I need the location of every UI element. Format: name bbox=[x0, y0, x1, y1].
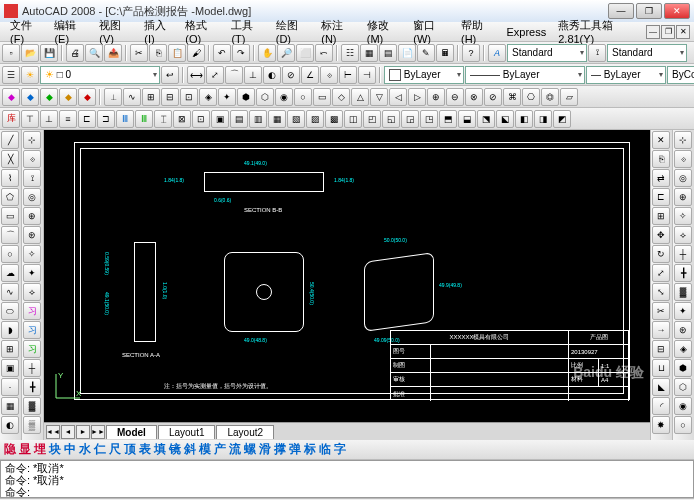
insert-icon[interactable]: ⊞ bbox=[1, 340, 19, 358]
copy-icon[interactable]: ⎘ bbox=[149, 44, 167, 62]
ex22-icon[interactable]: ▷ bbox=[408, 88, 426, 106]
e2-24-icon[interactable]: ⬒ bbox=[439, 110, 457, 128]
e2-8-icon[interactable]: Ⅲ bbox=[135, 110, 153, 128]
cn-19[interactable]: 弹 bbox=[289, 441, 301, 458]
d2-10-icon[interactable]: 习 bbox=[23, 302, 41, 320]
ex27-icon[interactable]: ⌘ bbox=[503, 88, 521, 106]
menu-insert[interactable]: 插入(I) bbox=[138, 16, 179, 47]
e2-18-icon[interactable]: ▩ bbox=[325, 110, 343, 128]
point-icon[interactable]: · bbox=[1, 378, 19, 396]
cn-6[interactable]: 仁 bbox=[94, 441, 106, 458]
layer-filter-icon[interactable]: ☀ bbox=[21, 66, 39, 84]
ex9-icon[interactable]: ⊟ bbox=[161, 88, 179, 106]
cn-7[interactable]: 尺 bbox=[109, 441, 121, 458]
tab-nav-last[interactable]: ►► bbox=[91, 425, 105, 439]
lineweight-combo[interactable]: — ByLayer bbox=[586, 66, 666, 84]
cn-2[interactable]: 埋 bbox=[34, 441, 46, 458]
pan-icon[interactable]: ✋ bbox=[258, 44, 276, 62]
cn-3[interactable]: 块 bbox=[49, 441, 61, 458]
zoom-prev-icon[interactable]: ⤺ bbox=[315, 44, 333, 62]
menu-modify[interactable]: 修改(M) bbox=[361, 16, 408, 47]
ex5-icon[interactable]: ◆ bbox=[78, 88, 96, 106]
menu-window[interactable]: 窗口(W) bbox=[407, 16, 455, 47]
cn-13[interactable]: 模 bbox=[199, 441, 211, 458]
ex20-icon[interactable]: ▽ bbox=[370, 88, 388, 106]
ex1-icon[interactable]: ◆ bbox=[2, 88, 20, 106]
e2-22-icon[interactable]: ◲ bbox=[401, 110, 419, 128]
cn-1[interactable]: 显 bbox=[19, 441, 31, 458]
menu-edit[interactable]: 编辑(E) bbox=[48, 16, 93, 47]
cn-4[interactable]: 中 bbox=[64, 441, 76, 458]
e2-17-icon[interactable]: ▨ bbox=[306, 110, 324, 128]
tab-nav-first[interactable]: ◄◄ bbox=[46, 425, 60, 439]
ex16-icon[interactable]: ○ bbox=[294, 88, 312, 106]
cn-5[interactable]: 水 bbox=[79, 441, 91, 458]
ex30-icon[interactable]: ⏥ bbox=[560, 88, 578, 106]
break-icon[interactable]: ⊟ bbox=[652, 340, 670, 358]
e2-6-icon[interactable]: ⊐ bbox=[97, 110, 115, 128]
e2-23-icon[interactable]: ◳ bbox=[420, 110, 438, 128]
cn-17[interactable]: 滑 bbox=[259, 441, 271, 458]
e2-21-icon[interactable]: ◱ bbox=[382, 110, 400, 128]
m2-11-icon[interactable]: ⊛ bbox=[674, 321, 692, 339]
dim-dia-icon[interactable]: ⊘ bbox=[282, 66, 300, 84]
scale-icon[interactable]: ⤢ bbox=[652, 264, 670, 282]
m2-4-icon[interactable]: ⊕ bbox=[674, 188, 692, 206]
e2-1-icon[interactable]: 库 bbox=[2, 110, 20, 128]
ex7-icon[interactable]: ∿ bbox=[123, 88, 141, 106]
preview-icon[interactable]: 🔍 bbox=[85, 44, 103, 62]
dim-base-icon[interactable]: ⊢ bbox=[339, 66, 357, 84]
cn-8[interactable]: 顶 bbox=[124, 441, 136, 458]
rect-icon[interactable]: ▭ bbox=[1, 207, 19, 225]
sheet-icon[interactable]: 📄 bbox=[398, 44, 416, 62]
cn-22[interactable]: 字 bbox=[334, 441, 346, 458]
trim-icon[interactable]: ✂ bbox=[652, 302, 670, 320]
cn-10[interactable]: 填 bbox=[154, 441, 166, 458]
linetype-combo[interactable]: ——— ByLayer bbox=[465, 66, 585, 84]
model-canvas[interactable]: 49.1(49.0) 1.84(1.8) 1.84(1.8) 0.6(0.6) … bbox=[44, 130, 650, 422]
layer-mgr-icon[interactable]: ☰ bbox=[2, 66, 20, 84]
hatch-icon[interactable]: ▦ bbox=[1, 397, 19, 415]
menu-dimension[interactable]: 标注(N) bbox=[315, 16, 360, 47]
polygon-icon[interactable]: ⬠ bbox=[1, 188, 19, 206]
dim-quick-icon[interactable]: ⟐ bbox=[320, 66, 338, 84]
cn-11[interactable]: 镜 bbox=[169, 441, 181, 458]
e2-16-icon[interactable]: ▧ bbox=[287, 110, 305, 128]
close-button[interactable]: ✕ bbox=[664, 3, 690, 19]
ellipse-icon[interactable]: ⬭ bbox=[1, 302, 19, 320]
menu-view[interactable]: 视图(V) bbox=[93, 16, 138, 47]
revcloud-icon[interactable]: ☁ bbox=[1, 264, 19, 282]
dcenter-icon[interactable]: ▦ bbox=[360, 44, 378, 62]
offset-icon[interactable]: ⊏ bbox=[652, 188, 670, 206]
ex18-icon[interactable]: ◇ bbox=[332, 88, 350, 106]
ex6-icon[interactable]: ⟂ bbox=[104, 88, 122, 106]
d2-15-icon[interactable]: ▓ bbox=[23, 397, 41, 415]
spline-icon[interactable]: ∿ bbox=[1, 283, 19, 301]
earc-icon[interactable]: ◗ bbox=[1, 321, 19, 339]
doc-close-button[interactable]: ✕ bbox=[676, 25, 690, 39]
d2-16-icon[interactable]: ▒ bbox=[23, 416, 41, 434]
ex17-icon[interactable]: ▭ bbox=[313, 88, 331, 106]
ex23-icon[interactable]: ⊕ bbox=[427, 88, 445, 106]
text-a-icon[interactable]: A bbox=[488, 44, 506, 62]
dim-ord-icon[interactable]: ⊥ bbox=[244, 66, 262, 84]
match-icon[interactable]: 🖌 bbox=[187, 44, 205, 62]
ex4-icon[interactable]: ◆ bbox=[59, 88, 77, 106]
e2-19-icon[interactable]: ◫ bbox=[344, 110, 362, 128]
grad-icon[interactable]: ◐ bbox=[1, 416, 19, 434]
properties-icon[interactable]: ☷ bbox=[341, 44, 359, 62]
doc-min-button[interactable]: — bbox=[646, 25, 660, 39]
ex10-icon[interactable]: ⊡ bbox=[180, 88, 198, 106]
m2-9-icon[interactable]: ▓ bbox=[674, 283, 692, 301]
e2-20-icon[interactable]: ◰ bbox=[363, 110, 381, 128]
d2-2-icon[interactable]: ⟐ bbox=[23, 150, 41, 168]
toolpal-icon[interactable]: ▤ bbox=[379, 44, 397, 62]
d2-14-icon[interactable]: ╋ bbox=[23, 378, 41, 396]
rotate-icon[interactable]: ↻ bbox=[652, 245, 670, 263]
ex15-icon[interactable]: ◉ bbox=[275, 88, 293, 106]
d2-5-icon[interactable]: ⊕ bbox=[23, 207, 41, 225]
move-icon[interactable]: ✥ bbox=[652, 226, 670, 244]
e2-11-icon[interactable]: ⊡ bbox=[192, 110, 210, 128]
ex21-icon[interactable]: ◁ bbox=[389, 88, 407, 106]
cn-21[interactable]: 临 bbox=[319, 441, 331, 458]
